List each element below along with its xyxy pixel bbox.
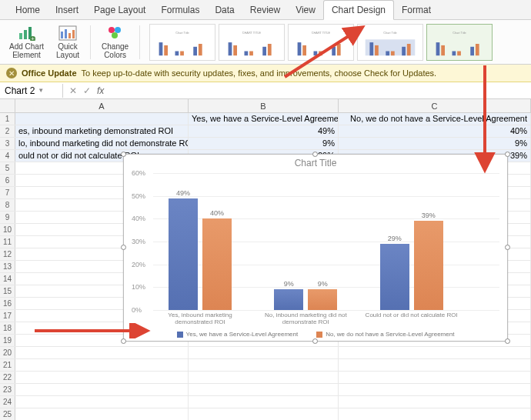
row-header[interactable]: 19 bbox=[0, 335, 15, 346]
row-header[interactable]: 9 bbox=[0, 212, 15, 223]
change-colors-button[interactable]: Change Colors bbox=[97, 24, 133, 61]
row-header[interactable]: 23 bbox=[0, 384, 15, 395]
resize-handle[interactable] bbox=[505, 245, 510, 250]
row-header[interactable]: 16 bbox=[0, 298, 15, 309]
row-header[interactable]: 5 bbox=[0, 162, 15, 174]
cell-C22[interactable] bbox=[339, 372, 531, 383]
cell-B20[interactable] bbox=[189, 347, 339, 358]
cell-A23[interactable] bbox=[15, 384, 189, 395]
row-header[interactable]: 4 bbox=[0, 150, 15, 162]
cell-C3[interactable]: 9% bbox=[339, 138, 531, 149]
tab-view[interactable]: View bbox=[288, 1, 323, 19]
tab-page-layout[interactable]: Page Layout bbox=[86, 1, 153, 19]
chart-plot-area[interactable]: 0%10%20%30%40%50%60%49%40%Yes, inbound m… bbox=[153, 173, 499, 310]
row-header[interactable]: 13 bbox=[0, 261, 15, 272]
tab-review[interactable]: Review bbox=[242, 1, 288, 19]
chart-bar[interactable]: 9% bbox=[274, 289, 303, 310]
col-header-b[interactable]: B bbox=[189, 99, 339, 112]
svg-text:Chart Title: Chart Title bbox=[453, 31, 466, 34]
row-header[interactable]: 7 bbox=[0, 187, 15, 198]
row-header[interactable]: 20 bbox=[0, 347, 15, 358]
row-header[interactable]: 12 bbox=[0, 248, 15, 260]
chart-bar[interactable]: 49% bbox=[169, 198, 198, 310]
chart-bar[interactable]: 40% bbox=[202, 218, 232, 310]
chart-bar[interactable]: 9% bbox=[308, 289, 337, 310]
chart-style-thumb-2[interactable]: CHART TITLE bbox=[219, 24, 285, 61]
resize-handle[interactable] bbox=[505, 152, 510, 157]
cell-A21[interactable] bbox=[15, 359, 189, 371]
ribbon-toolbar: + Add Chart Element Quick Layout Change … bbox=[0, 20, 531, 65]
cell-A20[interactable] bbox=[15, 347, 189, 358]
cell-B25[interactable] bbox=[189, 408, 339, 420]
col-header-a[interactable]: A bbox=[15, 99, 189, 112]
row-header[interactable]: 17 bbox=[0, 310, 15, 322]
cell-A22[interactable] bbox=[15, 372, 189, 383]
close-icon[interactable]: ✕ bbox=[6, 68, 17, 78]
select-all-corner[interactable] bbox=[0, 99, 15, 112]
cell-A1[interactable] bbox=[15, 113, 189, 125]
cell-B24[interactable] bbox=[189, 396, 339, 408]
chart-style-thumb-5[interactable]: Chart Title bbox=[426, 24, 493, 61]
cell-B22[interactable] bbox=[189, 372, 339, 383]
cell-C23[interactable] bbox=[339, 384, 531, 395]
cell-C1[interactable]: No, we do not have a Service-Level Agree… bbox=[339, 113, 531, 125]
cell-A25[interactable] bbox=[15, 408, 189, 420]
cancel-formula-icon[interactable]: ✕ bbox=[69, 85, 77, 96]
chart-bar[interactable]: 39% bbox=[414, 221, 443, 310]
cell-C20[interactable] bbox=[339, 347, 531, 358]
resize-handle[interactable] bbox=[121, 245, 126, 250]
legend-item-2: No, we do not have a Service-Level Agree… bbox=[316, 331, 454, 338]
cell-B23[interactable] bbox=[189, 384, 339, 395]
row-header[interactable]: 6 bbox=[0, 175, 15, 186]
cell-C24[interactable] bbox=[339, 396, 531, 408]
quick-layout-button[interactable]: Quick Layout bbox=[52, 24, 84, 61]
svg-rect-17 bbox=[180, 51, 184, 55]
chart-bar[interactable]: 29% bbox=[380, 244, 409, 310]
row-header[interactable]: 10 bbox=[0, 224, 15, 235]
tab-formulas[interactable]: Formulas bbox=[153, 1, 207, 19]
cell-C21[interactable] bbox=[339, 359, 531, 371]
chevron-down-icon[interactable]: ▼ bbox=[38, 87, 44, 94]
embedded-chart[interactable]: Chart Title 0%10%20%30%40%50%60%49%40%Ye… bbox=[123, 154, 508, 342]
tab-home[interactable]: Home bbox=[8, 1, 48, 19]
resize-handle[interactable] bbox=[121, 152, 126, 157]
resize-handle[interactable] bbox=[312, 338, 318, 344]
tab-format[interactable]: Format bbox=[394, 1, 439, 19]
add-chart-element-button[interactable]: + Add Chart Element bbox=[5, 24, 48, 61]
row-header[interactable]: 22 bbox=[0, 372, 15, 383]
cell-C2[interactable]: 40% bbox=[339, 125, 531, 137]
row-header[interactable]: 25 bbox=[0, 408, 15, 420]
row-header[interactable]: 15 bbox=[0, 285, 15, 297]
chart-legend[interactable]: Yes, we have a Service-Level Agreement N… bbox=[124, 331, 507, 338]
tab-chart-design[interactable]: Chart Design bbox=[323, 0, 394, 20]
row-header[interactable]: 8 bbox=[0, 199, 15, 211]
fx-icon[interactable]: fx bbox=[97, 85, 104, 96]
row-header[interactable]: 1 bbox=[0, 113, 15, 125]
accept-formula-icon[interactable]: ✓ bbox=[83, 85, 91, 96]
name-box[interactable]: Chart 2 ▼ bbox=[0, 84, 63, 98]
resize-handle[interactable] bbox=[312, 152, 318, 157]
cell-B2[interactable]: 49% bbox=[189, 125, 339, 137]
chart-style-thumb-3[interactable]: CHART TITLE bbox=[288, 24, 354, 61]
chart-style-thumb-4[interactable]: Chart Title bbox=[357, 24, 423, 61]
col-header-c[interactable]: C bbox=[339, 99, 531, 112]
row-header[interactable]: 18 bbox=[0, 322, 15, 334]
resize-handle[interactable] bbox=[121, 338, 126, 344]
row-header[interactable]: 3 bbox=[0, 138, 15, 149]
chart-style-thumb-1[interactable]: Chart Title bbox=[149, 24, 215, 61]
resize-handle[interactable] bbox=[505, 338, 510, 344]
row-header[interactable]: 2 bbox=[0, 125, 15, 137]
tab-insert[interactable]: Insert bbox=[48, 1, 86, 19]
cell-A3[interactable]: lo, inbound marketing did not demonstrat… bbox=[15, 138, 189, 149]
row-header[interactable]: 14 bbox=[0, 273, 15, 285]
cell-B3[interactable]: 9% bbox=[189, 138, 339, 149]
cell-B21[interactable] bbox=[189, 359, 339, 371]
row-header[interactable]: 24 bbox=[0, 396, 15, 408]
tab-data[interactable]: Data bbox=[207, 1, 242, 19]
cell-C25[interactable] bbox=[339, 408, 531, 420]
cell-B1[interactable]: Yes, we have a Service-Level Agreement bbox=[189, 113, 339, 125]
row-header[interactable]: 11 bbox=[0, 236, 15, 248]
row-header[interactable]: 21 bbox=[0, 359, 15, 371]
cell-A24[interactable] bbox=[15, 396, 189, 408]
cell-A2[interactable]: es, inbound marketing demonstrated ROI bbox=[15, 125, 189, 137]
